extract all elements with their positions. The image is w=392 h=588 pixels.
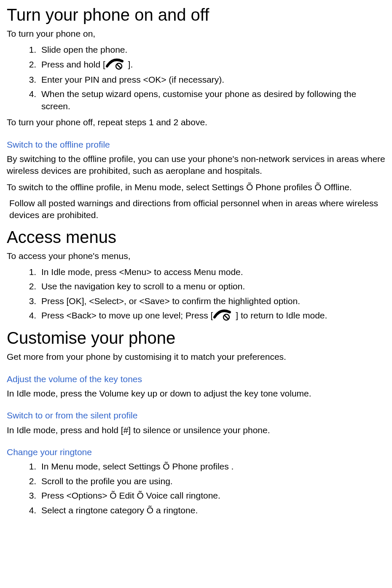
heading-change-ringtone: Change your ringtone xyxy=(7,446,385,458)
paragraph: In Idle mode, press the Volume key up or… xyxy=(7,388,385,399)
step-item: Press <Options> Õ Edit Õ Voice call ring… xyxy=(39,490,385,502)
heading-silent-profile: Switch to or from the silent profile xyxy=(7,410,385,421)
power-end-call-icon xyxy=(105,58,126,70)
heading-adjust-volume: Adjust the volume of the key tones xyxy=(7,373,385,385)
svg-line-3 xyxy=(224,315,228,319)
intro-customise: Get more from your phone by customising … xyxy=(7,351,385,363)
heading-access-menus: Access menus xyxy=(7,226,385,248)
paragraph: In Idle mode, press and hold [#] to sile… xyxy=(7,424,385,436)
step-item: In Menu mode, select Settings Õ Phone pr… xyxy=(39,461,385,472)
svg-line-1 xyxy=(117,64,121,68)
step-item: Press [OK], <Select>, or <Save> to confi… xyxy=(39,295,385,307)
steps-change-ringtone: In Menu mode, select Settings Õ Phone pr… xyxy=(7,461,385,516)
step-item: Use the navigation key to scroll to a me… xyxy=(39,281,385,292)
step-text: Press <Back> to move up one level; Press… xyxy=(41,310,213,320)
step-item: Select a ringtone category Õ a ringtone. xyxy=(39,504,385,516)
steps-access-menus: In Idle mode, press <Menu> to access Men… xyxy=(7,266,385,322)
step-item: When the setup wizard opens, customise y… xyxy=(39,88,385,112)
intro-turn-on: To turn your phone on, xyxy=(7,28,385,40)
paragraph: To switch to the offline profile, in Men… xyxy=(7,181,385,193)
warning-note: Follow all posted warnings and direction… xyxy=(7,197,385,221)
heading-turn-phone-on-off: Turn your phone on and off xyxy=(7,3,385,26)
step-item: Press and hold [ ]. xyxy=(39,59,385,71)
step-item: Slide open the phone. xyxy=(39,44,385,56)
step-item: Press <Back> to move up one level; Press… xyxy=(39,310,385,322)
steps-turn-on: Slide open the phone. Press and hold [ ]… xyxy=(7,44,385,112)
step-item: Scroll to the profile you are using. xyxy=(39,475,385,487)
outro-turn-off: To turn your phone off, repeat steps 1 a… xyxy=(7,116,385,128)
power-end-call-icon xyxy=(213,309,233,321)
intro-access-menus: To access your phone's menus, xyxy=(7,250,385,262)
step-text: Press and hold [ xyxy=(41,59,105,69)
step-item: In Idle mode, press <Menu> to access Men… xyxy=(39,266,385,278)
step-text: ]. xyxy=(126,59,133,69)
heading-offline-profile: Switch to the offline profile xyxy=(7,139,385,151)
step-text: ] to return to Idle mode. xyxy=(233,310,327,320)
step-item: Enter your PIN and press <OK> (if necess… xyxy=(39,74,385,86)
paragraph: By switching to the offline profile, you… xyxy=(7,153,385,177)
heading-customise-phone: Customise your phone xyxy=(7,326,385,349)
